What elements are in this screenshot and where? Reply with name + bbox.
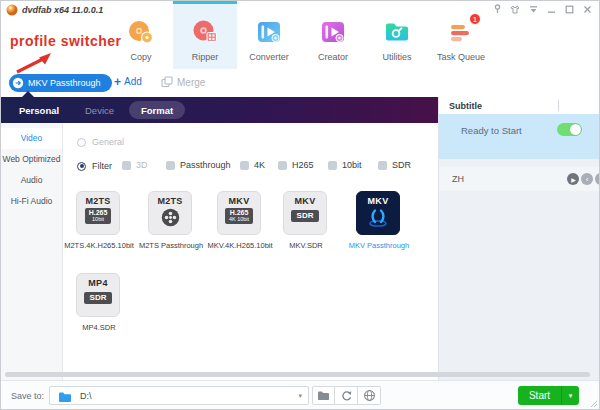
mode-tabs-bar: Personal Device Format [1, 97, 438, 123]
nav-label-converter: Converter [249, 52, 289, 62]
horizontal-scrollbar[interactable] [5, 372, 590, 377]
nav-item-converter[interactable]: Converter [237, 1, 301, 69]
sidebar-item-video[interactable]: Video [1, 128, 62, 149]
general-radio[interactable] [77, 138, 86, 147]
film-reel-icon [160, 207, 181, 228]
start-button-group: Start ▾ [518, 386, 579, 405]
save-path-combobox[interactable]: D:\ ▾ [49, 386, 309, 405]
footer-bar: Save to: D:\ ▾ [1, 380, 599, 409]
nav-label-copy: Copy [130, 52, 151, 62]
profile-switcher-label: MKV Passthrough [28, 78, 101, 88]
checkbox-4k: 4K [240, 160, 265, 170]
checkbox-sdr: SDR [378, 160, 411, 170]
checkbox-passthrough-box[interactable] [166, 161, 175, 170]
plus-icon: + [114, 77, 121, 87]
close-icon[interactable] [582, 4, 592, 14]
profile-tile-mkv-4k-h265-10bit[interactable]: MKV H.2654K 10bit [217, 191, 261, 235]
folder-utilities-icon [382, 17, 412, 47]
nav-label-task-queue: Task Queue [437, 52, 485, 62]
header-divider [558, 100, 559, 111]
tab-device[interactable]: Device [85, 97, 114, 123]
top-nav: Copy Ripper Conv [109, 1, 493, 69]
start-dropdown-button[interactable]: ▾ [561, 386, 579, 405]
tab-personal[interactable]: Personal [19, 97, 59, 123]
tile-container-label: M2TS [157, 196, 182, 206]
merge-icon [161, 76, 173, 88]
play-icon[interactable]: ▶ [567, 173, 579, 185]
resize-grip[interactable] [589, 399, 597, 407]
sidebar-item-web-optimized[interactable]: Web Optimized [1, 149, 62, 170]
profile-tile-m2ts-passthrough[interactable]: M2TS [148, 191, 192, 235]
profile-switcher-button[interactable]: MKV Passthrough [9, 74, 112, 92]
nav-item-ripper[interactable]: Ripper [173, 1, 237, 69]
checkbox-sdr-label: SDR [392, 160, 411, 170]
start-button[interactable]: Start [518, 386, 561, 405]
subtitle-track-row[interactable]: ZH ▶ ‹ › [439, 167, 599, 191]
tile-container-label: MP4 [88, 278, 107, 288]
globe-button[interactable] [358, 386, 381, 405]
browse-folder-button[interactable] [312, 386, 335, 405]
refresh-button[interactable] [335, 386, 358, 405]
sidebar-item-audio[interactable]: Audio [1, 170, 62, 191]
profile-tile-mkv-sdr[interactable]: MKV SDR [283, 191, 327, 235]
nav-item-task-queue[interactable]: 1 Task Queue [429, 1, 493, 69]
merge-button[interactable]: Merge [161, 76, 205, 88]
profile-bar: MKV Passthrough + Add Merge [1, 69, 438, 97]
subtitle-toggle[interactable] [557, 123, 582, 136]
checkbox-4k-label: 4K [254, 160, 265, 170]
checkbox-h265-box[interactable] [278, 161, 287, 170]
checkbox-10bit-label: 10bit [342, 160, 362, 170]
subtitle-track-label: ZH [452, 174, 464, 184]
task-queue-badge: 1 [469, 13, 481, 25]
globe-icon [363, 389, 376, 402]
task-queue-icon: 1 [446, 17, 476, 47]
nav-label-ripper: Ripper [192, 52, 219, 62]
tab-format[interactable]: Format [129, 101, 185, 119]
nav-item-creator[interactable]: Creator [301, 1, 365, 69]
tile-label-m2ts-pass: M2TS Passthrough [136, 241, 206, 250]
menu-icon[interactable] [528, 4, 538, 14]
minimize-icon[interactable] [546, 4, 556, 14]
codec-badge: H.26510bit [85, 208, 112, 224]
combobox-caret-icon: ▾ [298, 392, 302, 400]
checkbox-passthrough: Passthrough [166, 160, 231, 170]
codec-badge: H.2654K 10bit [225, 208, 253, 224]
maximize-icon[interactable] [564, 4, 574, 14]
prev-icon[interactable]: ‹ [581, 173, 593, 185]
app-title: dvdfab x64 11.0.0.1 [22, 5, 103, 15]
checkbox-h265-label: H265 [292, 160, 314, 170]
annotation-arrow-icon [13, 51, 57, 75]
tile-label-mp4-sdr: MP4.SDR [64, 323, 134, 332]
passthrough-glow-icon [365, 205, 391, 231]
profile-tile-mkv-passthrough-selected[interactable]: MKV [356, 191, 400, 235]
add-profile-button[interactable]: + Add [114, 76, 142, 87]
profile-tile-mp4-sdr[interactable]: MP4 SDR [76, 273, 120, 317]
category-sidebar: Video Web Optimized Audio Hi-Fi Audio [1, 123, 63, 380]
checkbox-sdr-box[interactable] [378, 161, 387, 170]
checkbox-4k-box[interactable] [240, 161, 249, 170]
filter-radio[interactable] [77, 162, 86, 171]
checkbox-3d-box[interactable] [122, 161, 131, 170]
add-label: Add [124, 76, 142, 87]
nav-label-utilities: Utilities [382, 52, 411, 62]
status-block: Ready to Start [439, 114, 599, 159]
footer-buttons [312, 386, 381, 405]
sidebar-item-hifi-audio[interactable]: Hi-Fi Audio [1, 191, 62, 212]
next-icon[interactable]: › [595, 173, 599, 185]
browse-folder-icon [317, 390, 330, 401]
toggle-knob [570, 124, 581, 135]
profile-tile-m2ts-4k-h265-10bit[interactable]: M2TS H.26510bit [76, 191, 120, 235]
skin-icon[interactable] [510, 4, 520, 14]
format-content: General Filter 3D Passthrough 4K H265 10… [64, 123, 438, 380]
disc-copy-icon [126, 17, 156, 47]
disc-ripper-icon [190, 17, 220, 47]
subtitle-panel: Subtitle Ready to Start ZH ▶ ‹ › [438, 97, 599, 380]
drive-folder-icon [58, 391, 72, 403]
checkbox-10bit-box[interactable] [328, 161, 337, 170]
tile-container-label: MKV [295, 196, 316, 206]
profile-arrow-icon [12, 77, 24, 89]
codec-badge: SDR [84, 292, 113, 304]
nav-item-utilities[interactable]: Utilities [365, 1, 429, 69]
subtitle-header: Subtitle [439, 97, 599, 114]
pin-icon[interactable] [492, 4, 502, 14]
